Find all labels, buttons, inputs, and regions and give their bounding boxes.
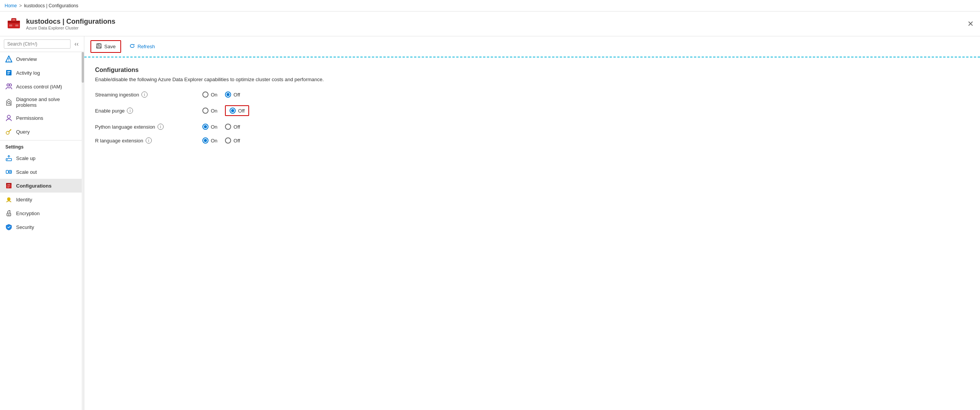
breadcrumb-bar: Home > kustodocs | Configurations — [0, 0, 980, 11]
config-icon — [5, 182, 12, 189]
save-icon — [96, 43, 102, 50]
sidebar-item-encryption[interactable]: Encryption — [0, 206, 84, 220]
sidebar-item-identity[interactable]: Identity — [0, 193, 84, 206]
toolbar: Save Refresh — [84, 36, 980, 57]
python-extension-label: Python language extension i — [95, 124, 202, 130]
breadcrumb-home[interactable]: Home — [5, 3, 17, 8]
scrollbar-thumb[interactable] — [82, 52, 84, 83]
svg-point-14 — [9, 84, 11, 86]
svg-point-15 — [8, 101, 10, 104]
svg-rect-3 — [12, 20, 15, 20]
collapse-button[interactable]: ‹‹ — [73, 40, 80, 48]
permissions-icon — [5, 114, 12, 121]
content-area: Configurations Enable/disable the follow… — [84, 57, 980, 160]
sidebar-item-diagnose[interactable]: Diagnose and solve problems — [0, 93, 84, 111]
streaming-ingestion-row: Streaming ingestion i On Off — [95, 91, 969, 98]
sidebar-item-security[interactable]: Security — [0, 220, 84, 234]
search-input[interactable] — [4, 39, 71, 49]
save-button[interactable]: Save — [90, 40, 121, 53]
sidebar-item-scale-up[interactable]: Scale up — [0, 151, 84, 165]
streaming-ingestion-radio-group: On Off — [202, 91, 240, 98]
sidebar-item-diagnose-label: Diagnose and solve problems — [16, 96, 79, 108]
content-title: Configurations — [95, 67, 969, 74]
encryption-icon — [5, 210, 12, 217]
svg-rect-30 — [7, 186, 10, 186]
breadcrumb-separator: > — [19, 3, 22, 8]
streaming-ingestion-off[interactable]: Off — [225, 91, 240, 98]
sidebar-item-identity-label: Identity — [16, 197, 32, 203]
streaming-ingestion-on[interactable]: On — [202, 91, 217, 98]
svg-rect-38 — [97, 47, 101, 48]
svg-rect-22 — [7, 159, 8, 160]
svg-point-33 — [8, 198, 10, 200]
refresh-button[interactable]: Refresh — [124, 41, 160, 52]
sidebar-item-iam[interactable]: Access control (IAM) — [0, 80, 84, 93]
r-extension-on[interactable]: On — [202, 137, 217, 144]
page-title: kustodocs | Configurations — [26, 18, 115, 26]
sidebar-item-security-label: Security — [16, 224, 34, 230]
sidebar-item-configurations-label: Configurations — [16, 183, 51, 189]
sidebar-item-activity-label: Activity log — [16, 70, 40, 76]
r-extension-radio-group: On Off — [202, 137, 240, 144]
settings-section-label: Settings — [0, 140, 84, 151]
sidebar-item-query[interactable]: Query — [0, 125, 84, 139]
refresh-label: Refresh — [138, 44, 155, 49]
adx-icon — [7, 17, 21, 31]
svg-rect-12 — [7, 74, 9, 75]
main-layout: ‹‹ Overview Activity log — [0, 36, 980, 410]
search-bar: ‹‹ — [0, 36, 84, 52]
r-extension-info-icon[interactable]: i — [146, 137, 152, 144]
sidebar-item-scale-out[interactable]: Scale out — [0, 165, 84, 179]
enable-purge-label: Enable purge i — [95, 108, 202, 114]
svg-point-18 — [6, 131, 9, 134]
r-extension-row: R language extension i On Off — [95, 137, 969, 144]
sidebar: ‹‹ Overview Activity log — [0, 36, 84, 410]
svg-rect-10 — [7, 71, 10, 72]
streaming-ingestion-label: Streaming ingestion i — [95, 91, 202, 98]
svg-rect-29 — [7, 184, 10, 185]
page-subtitle: Azure Data Explorer Cluster — [26, 26, 115, 30]
svg-point-8 — [8, 60, 9, 61]
svg-rect-39 — [98, 44, 98, 45]
scale-up-icon — [5, 155, 12, 162]
security-icon — [5, 224, 12, 230]
sidebar-item-scale-up-label: Scale up — [16, 155, 36, 161]
streaming-ingestion-info-icon[interactable]: i — [141, 91, 148, 98]
identity-icon — [5, 196, 12, 203]
python-extension-on[interactable]: On — [202, 124, 217, 130]
sidebar-item-overview-label: Overview — [16, 56, 37, 62]
python-extension-off[interactable]: Off — [225, 124, 240, 130]
main-content: Save Refresh Configurations Enable/disab… — [84, 36, 980, 410]
sidebar-item-permissions[interactable]: Permissions — [0, 111, 84, 125]
r-extension-label: R language extension i — [95, 137, 202, 144]
sidebar-item-iam-label: Access control (IAM) — [16, 84, 62, 90]
svg-rect-11 — [7, 73, 10, 74]
sidebar-item-configurations[interactable]: Configurations — [0, 179, 84, 193]
enable-purge-info-icon[interactable]: i — [127, 108, 133, 114]
enable-purge-off[interactable]: Off — [225, 105, 249, 116]
enable-purge-radio-group: On Off — [202, 105, 249, 116]
svg-rect-24 — [6, 170, 8, 173]
sidebar-item-overview[interactable]: Overview — [0, 52, 84, 66]
python-extension-radio-group: On Off — [202, 124, 240, 130]
query-icon — [5, 128, 12, 135]
sidebar-item-query-label: Query — [16, 129, 30, 135]
r-extension-off[interactable]: Off — [225, 137, 240, 144]
svg-point-35 — [8, 214, 10, 216]
svg-point-13 — [7, 84, 9, 86]
python-extension-info-icon[interactable]: i — [158, 124, 164, 130]
enable-purge-on[interactable]: On — [202, 108, 217, 114]
refresh-icon — [129, 43, 135, 50]
save-label: Save — [104, 44, 116, 49]
sidebar-item-scale-out-label: Scale out — [16, 169, 37, 175]
scale-out-icon — [5, 168, 12, 175]
svg-rect-4 — [9, 25, 12, 26]
iam-icon — [5, 83, 12, 90]
sidebar-item-activity-log[interactable]: Activity log — [0, 66, 84, 80]
svg-point-17 — [7, 115, 10, 118]
python-extension-row: Python language extension i On Off — [95, 124, 969, 130]
svg-line-16 — [10, 104, 11, 105]
svg-rect-5 — [15, 25, 18, 26]
close-button[interactable]: ✕ — [967, 20, 974, 28]
breadcrumb-current: kustodocs | Configurations — [24, 3, 78, 8]
